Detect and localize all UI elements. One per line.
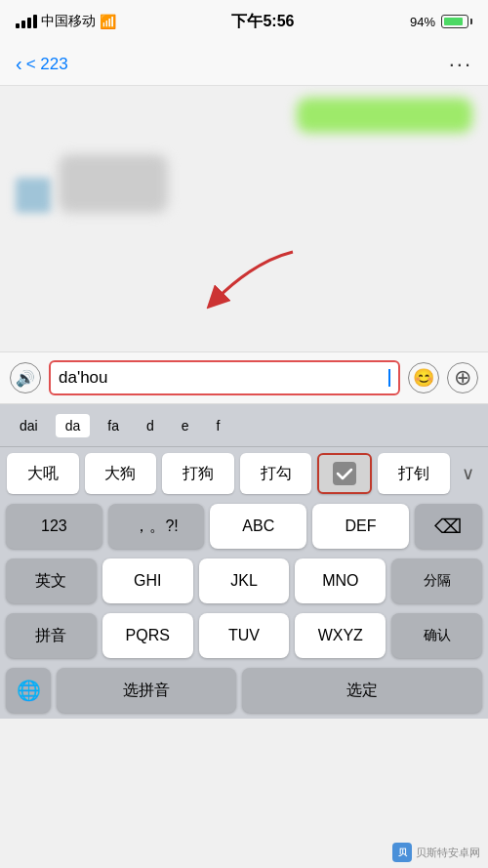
key-tuv[interactable]: TUV [199, 613, 290, 658]
key-wxyz[interactable]: WXYZ [295, 613, 386, 658]
input-field[interactable]: da'hou [49, 360, 400, 395]
input-bar: 🔊 da'hou 😊 ⊕ [0, 351, 488, 404]
key-pqrs[interactable]: PQRS [102, 613, 193, 658]
key-xuanding[interactable]: 选定 [242, 668, 482, 713]
message-bubble-sent [297, 98, 472, 133]
svg-rect-0 [333, 462, 356, 485]
key-row-1: 123 ，。?! ABC DEF ⌫ [4, 504, 484, 549]
text-cursor [388, 369, 390, 387]
watermark-logo: 贝 [392, 843, 412, 862]
suggestion-dai[interactable]: dai [10, 414, 48, 437]
checkmark-button[interactable] [317, 453, 372, 494]
back-button[interactable]: ‹ < 223 [16, 53, 68, 75]
delete-key[interactable]: ⌫ [415, 504, 482, 549]
key-ghi[interactable]: GHI [102, 558, 193, 603]
annotation-arrow [195, 242, 312, 320]
candidate-dagou2[interactable]: 打狗 [162, 453, 234, 494]
status-bar: 中国移动 📶 下午5:56 94% [0, 0, 488, 43]
nav-bar: ‹ < 223 ··· [0, 43, 488, 86]
plus-icon: ⊕ [454, 365, 471, 391]
battery-icon [441, 15, 472, 28]
checkmark-icon [333, 462, 356, 485]
message-row-sent [16, 98, 472, 133]
key-row-4: 🌐 选拼音 选定 [4, 668, 484, 713]
globe-button[interactable]: 🌐 [6, 668, 51, 713]
back-arrow-icon: ‹ [16, 53, 22, 75]
watermark-text: 贝斯特安卓网 [416, 846, 480, 860]
candidate-dawu[interactable]: 大吼 [7, 453, 79, 494]
voice-button[interactable]: 🔊 [10, 362, 41, 393]
keyboard: 大吼 大狗 打狗 打勾 打钊 ∨ 123 ，。?! ABC DEF ⌫ 英文 G… [0, 447, 488, 719]
key-punct[interactable]: ，。?! [108, 504, 205, 549]
plus-button[interactable]: ⊕ [447, 362, 478, 393]
voice-icon: 🔊 [16, 369, 35, 388]
key-english[interactable]: 英文 [6, 558, 97, 603]
time-label: 下午5:56 [231, 12, 294, 32]
candidate-dagou[interactable]: 大狗 [85, 453, 157, 494]
chat-area [0, 86, 488, 351]
key-def[interactable]: DEF [312, 504, 409, 549]
key-jkl[interactable]: JKL [199, 558, 290, 603]
input-text: da'hou [59, 368, 388, 388]
wifi-icon: 📶 [100, 14, 116, 29]
back-label: < 223 [26, 55, 68, 74]
status-left: 中国移动 📶 [16, 13, 116, 30]
candidate-daqian[interactable]: 打钊 [378, 453, 450, 494]
key-xuanpinyin[interactable]: 选拼音 [57, 668, 236, 713]
suggestion-fa[interactable]: fa [98, 414, 129, 437]
key-row-3: 拼音 PQRS TUV WXYZ 确认 [4, 613, 484, 658]
key-confirm[interactable]: 确认 [391, 613, 482, 658]
emoji-button[interactable]: 😊 [408, 362, 439, 393]
avatar [16, 178, 51, 213]
key-pinyin[interactable]: 拼音 [6, 613, 97, 658]
candidate-dagou3[interactable]: 打勾 [240, 453, 312, 494]
expand-icon[interactable]: ∨ [453, 453, 484, 494]
message-row-received-1 [16, 154, 472, 213]
key-row-2: 英文 GHI JKL MNO 分隔 [4, 558, 484, 603]
carrier-label: 中国移动 [41, 13, 96, 30]
status-right: 94% [410, 15, 472, 29]
more-button[interactable]: ··· [449, 52, 472, 77]
suggestion-e[interactable]: e [172, 414, 199, 437]
suggestion-bar: dai da fa d e f [0, 404, 488, 447]
battery-percent: 94% [410, 15, 435, 29]
emoji-icon: 😊 [413, 367, 434, 389]
key-fenge[interactable]: 分隔 [391, 558, 482, 603]
message-bubble-received-1 [59, 154, 168, 213]
globe-icon: 🌐 [17, 679, 41, 702]
watermark: 贝 贝斯特安卓网 [392, 843, 480, 862]
suggestion-d[interactable]: d [137, 414, 164, 437]
suggestion-f[interactable]: f [207, 414, 230, 437]
key-abc[interactable]: ABC [210, 504, 306, 549]
key-123[interactable]: 123 [6, 504, 102, 549]
signal-icon [16, 15, 37, 28]
chinese-candidates-row: 大吼 大狗 打狗 打勾 打钊 ∨ [4, 453, 484, 494]
suggestion-da[interactable]: da [56, 414, 91, 437]
key-mno[interactable]: MNO [295, 558, 386, 603]
